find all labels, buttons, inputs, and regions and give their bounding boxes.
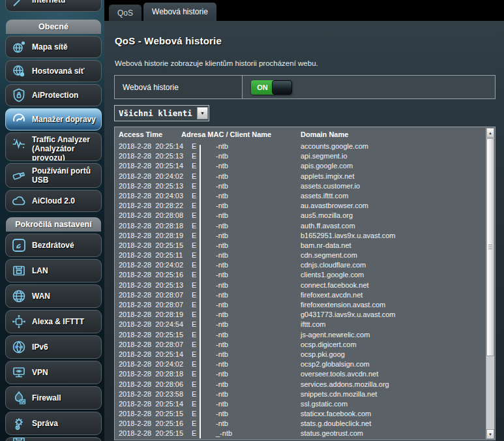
client-filter-select[interactable]: Všichni klienti ▼ [114,105,209,121]
cell-access-time: 2018-2-28 20:25:14 [119,161,181,171]
column-header-client: Adresa MAC / Client Name [181,130,297,138]
cell-domain: cdn.segment.com [297,251,486,260]
scroll-down-button[interactable]: ▼ [486,429,494,439]
web-history-setting-label: Webová historie [115,76,243,99]
scroll-up-button[interactable]: ▲ [486,128,494,138]
scrollbar-thumb[interactable] [486,138,494,356]
sidebar-item-network-map[interactable]: Mapa sítě [5,36,102,58]
table-row: 2018-2-28 20:28:06 E -ntb services.addon… [115,380,486,389]
sidebar-item-traffic-analyzer[interactable]: Traffic Analyzer (Analyzátor provozu) [5,132,102,161]
client-suffix: -ntb [216,161,228,171]
table-row: 2018-2-28 20:25:14 E -ntb ssl.gstatic.co… [115,399,486,409]
tab-qos[interactable]: QoS [109,5,141,21]
sidebar-item-aiprotection[interactable]: AiProtection [5,84,102,106]
client-suffix: -ntb [216,142,228,151]
admin-icon [10,415,27,432]
cell-access-time: 2018-2-28 20:28:06 [119,380,181,389]
sidebar-item-wireless[interactable]: Bezdrátové [5,234,102,257]
cell-domain: aus5.mozilla.org [297,211,486,220]
toggle-knob [272,80,292,95]
client-suffix: -ntb [216,419,228,429]
sidebar-item-alexa-ifttt[interactable]: Alexa & IFTTT [5,310,102,333]
cell-domain: snippets.cdn.mozilla.net [297,389,486,399]
cell-client: E -ntb [181,389,297,399]
client-suffix: -ntb [216,350,228,359]
cell-access-time: 2018-2-28 20:24:03 [119,191,181,201]
cell-access-time: 2018-2-28 20:28:19 [119,231,181,241]
cell-domain: ssl.gstatic.com [297,399,486,409]
sidebar-item-usb[interactable]: Používání portů USB [5,163,102,188]
sidebar-item-quick-internet-setup[interactable]: internetu [5,0,102,12]
toggle-on-label: ON [251,80,274,95]
client-suffix: -ntb [216,399,228,409]
cell-domain: accounts.google.com [297,142,486,151]
cell-client: E -ntb [181,270,297,280]
cell-access-time: 2018-2-28 20:24:02 [119,172,181,181]
column-header-domain: Domain Name [297,130,495,138]
cell-access-time: 2018-2-28 20:25:13 [119,181,181,191]
content-area: QoS Webová historie QoS - Webová histori… [104,0,504,441]
cell-domain: apis.google.com [297,161,486,171]
partial-icon [10,437,27,441]
cell-client: E -ntb [181,369,297,379]
chevron-down-icon: ▼ [197,107,208,119]
cell-domain: connect.facebook.net [297,281,486,290]
table-row: 2018-2-28 20:28:22 E -ntb au.avastbrowse… [115,201,486,211]
table-row: 2018-2-28 20:25:14 E -ntb apis.google.co… [115,161,486,171]
tab-webov-historie[interactable]: Webová historie [143,3,216,21]
client-suffix: -ntb [216,389,228,399]
table-row: 2018-2-28 20:25:15 E -ntb js-agent.newre… [115,330,486,340]
guest-network-icon [10,63,27,80]
sidebar-item-lan[interactable]: LAN [5,259,102,282]
ipv6-icon: IPV6 [10,339,27,356]
cell-access-time: 2018-2-28 20:25:14 [119,142,181,151]
client-suffix: -ntb [216,211,228,220]
sidebar-item-partial-bottom[interactable] [5,437,102,441]
cell-access-time: 2018-2-28 20:23:58 [119,389,181,399]
table-row: 2018-2-28 20:28:19 E -ntb g0431773.iavs9… [115,310,486,320]
table-row: 2018-2-28 20:25:15 E -ntb bam.nr-data.ne… [115,241,486,251]
table-row: 2018-2-28 20:24:02 E -ntb ocsp2.globalsi… [115,359,486,369]
sidebar-item-wan[interactable]: WAN [5,284,102,308]
table-row: 2018-2-28 20:25:14 E -ntb accounts.googl… [115,142,486,151]
sidebar-item-aicloud[interactable]: AiCloud 2.0 [5,190,102,212]
firewall-icon [10,389,27,406]
table-row: 2018-2-28 20:24:02 E -ntb cdnjs.cloudfla… [115,260,486,270]
sidebar-section-header: Obecné [6,20,101,34]
svg-text:IPV6: IPV6 [14,345,23,349]
cell-client: E -ntb [181,241,297,251]
table-row: 2018-2-28 20:28:18 E -ntb auth.ff.avast.… [115,221,486,231]
tab-bar: QoS Webová historie [104,0,504,21]
cell-client: E -ntb [181,310,297,320]
client-suffix: -ntb [216,251,228,260]
table-header-row: Access Time Adresa MAC / Client Name Dom… [115,127,495,140]
cell-client: E -ntb [181,251,297,260]
cell-domain: ocsp2.globalsign.com [297,359,486,369]
web-history-toggle[interactable]: ON [251,80,292,95]
page-title: QoS - Webová historie [115,35,496,46]
client-suffix: -ntb [216,201,228,211]
sidebar-item-ipv6[interactable]: IPV6 IPv6 [5,335,102,359]
vertical-scrollbar[interactable]: ▲ ▼ [486,128,494,439]
cell-client: E -ntb [181,231,297,241]
sidebar-item-traffic-manager[interactable]: Manažer dopravy [5,108,102,130]
cell-domain: g0431773.iavs9x.u.avast.com [297,310,486,320]
wand-icon [10,0,27,8]
cell-domain: ifttt.com [297,320,486,329]
client-suffix: -ntb [216,380,228,389]
scrollbar-grip [488,245,492,250]
client-suffix: -ntb [216,290,228,300]
cell-access-time: 2018-2-28 20:24:54 [119,320,181,329]
cell-client: E _-ntb [181,429,297,438]
table-row: 2018-2-28 20:25:13 E -ntb connect.facebo… [115,281,486,290]
cell-client: E -ntb [181,290,297,300]
client-suffix: -ntb [216,300,228,310]
client-suffix: _-ntb [216,429,232,438]
sidebar-item-admin[interactable]: Správa [5,412,102,435]
sidebar-item-firewall[interactable]: Firewall [5,386,102,410]
cell-domain: ocsp.pki.goog [297,350,486,359]
sidebar-item-guest-network[interactable]: Hostovaná síť [5,60,102,82]
column-header-access-time: Access Time [119,130,181,138]
cell-client: E -ntb [181,350,297,359]
sidebar-item-vpn[interactable]: VPN [5,361,102,384]
